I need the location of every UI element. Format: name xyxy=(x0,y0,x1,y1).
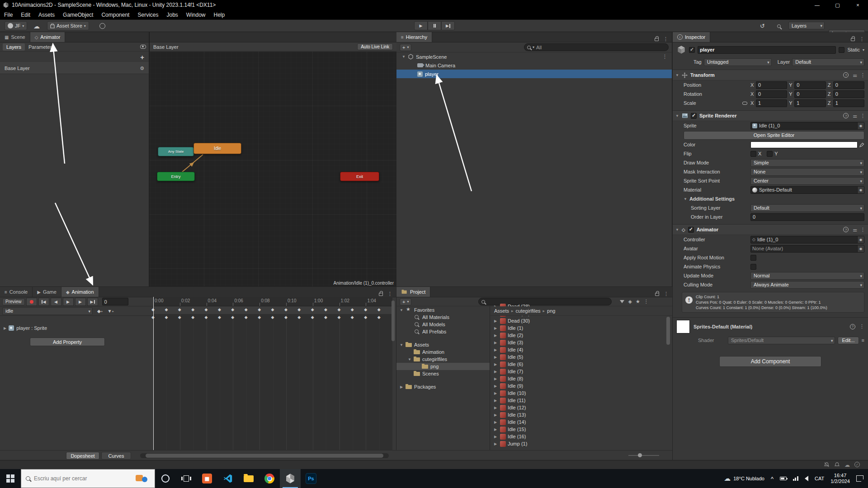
help-icon[interactable]: ? xyxy=(850,324,855,329)
node-exit[interactable]: Exit xyxy=(340,172,379,181)
cortana-button[interactable] xyxy=(155,469,176,488)
menu-item[interactable]: Component xyxy=(97,10,133,20)
panel-menu-icon[interactable]: ⋮ xyxy=(387,291,392,297)
open-sprite-editor-button[interactable]: Open Sprite Editor xyxy=(684,131,864,140)
visibility-eye-icon[interactable] xyxy=(140,44,146,50)
asset-row[interactable]: ▶ Idle (12) xyxy=(491,404,672,411)
sprite-object-field[interactable]: Idle (1)_0◉ xyxy=(750,122,864,130)
create-asset-button[interactable]: +▾ xyxy=(400,298,411,305)
tab-animation[interactable]: ◆Animation xyxy=(61,287,99,297)
asset-row[interactable]: ▶ Idle (4) xyxy=(491,346,672,353)
layers-dropdown[interactable]: Layers xyxy=(788,22,825,29)
component-menu-icon[interactable]: ⋮ xyxy=(860,72,865,78)
menu-item[interactable]: Edit xyxy=(17,10,34,20)
axis-z-field[interactable]: 0 xyxy=(833,90,864,98)
asset-foldout-arrow[interactable]: ▶ xyxy=(494,377,498,381)
project-tree-item[interactable]: ▼ cutegirlfiles xyxy=(396,356,490,363)
lock-icon[interactable] xyxy=(655,38,659,41)
add-layer-button[interactable]: + xyxy=(140,53,144,61)
project-tree-item[interactable]: Animation xyxy=(396,348,490,356)
hierarchy-search-field[interactable]: ▾ All xyxy=(524,43,669,51)
asset-row[interactable]: ▶ Idle (1) xyxy=(491,324,672,332)
color-swatch[interactable] xyxy=(750,141,858,148)
close-button[interactable]: × xyxy=(848,0,868,10)
tab-project[interactable]: Project xyxy=(396,287,430,297)
tab-inspector[interactable]: iInspector xyxy=(673,32,710,42)
help-icon[interactable]: ? xyxy=(843,72,849,78)
material-preview-thumbnail[interactable] xyxy=(676,320,690,333)
component-menu-icon[interactable]: ⋮ xyxy=(859,324,864,329)
scene-options-icon[interactable]: ⋮ xyxy=(662,54,672,60)
controller-object-field[interactable]: ◇Idle (1)_0◉ xyxy=(750,236,864,244)
dopesheet-button[interactable]: Dopesheet xyxy=(66,452,99,460)
project-tree-item[interactable]: All Materials xyxy=(396,314,490,321)
asset-row[interactable]: ▶ Idle (7) xyxy=(491,368,672,375)
breadcrumb-assets[interactable]: Assets xyxy=(494,308,509,314)
keyframe-diamond[interactable] xyxy=(379,314,392,322)
root-motion-checkbox[interactable] xyxy=(750,255,756,261)
update-mode-dropdown[interactable]: Normal xyxy=(750,272,864,280)
asset-foldout-arrow[interactable]: ▶ xyxy=(494,341,498,345)
asset-row[interactable]: ▶ Dead (30) xyxy=(491,317,672,324)
asset-foldout-arrow[interactable]: ▶ xyxy=(494,420,498,424)
asset-row[interactable]: ▶ Idle (8) xyxy=(491,375,672,382)
static-checkbox[interactable] xyxy=(839,47,844,53)
panel-menu-icon[interactable]: ⋮ xyxy=(859,36,864,42)
preview-toggle[interactable]: Preview xyxy=(2,298,25,305)
animate-physics-checkbox[interactable] xyxy=(750,264,756,270)
asset-foldout-arrow[interactable]: ▶ xyxy=(494,442,498,446)
next-frame-button[interactable]: ▶ xyxy=(75,298,86,306)
avatar-object-field[interactable]: None (Avatar)◉ xyxy=(750,245,864,253)
axis-z-field[interactable]: 0 xyxy=(833,81,864,89)
tree-foldout-arrow[interactable]: ▼ xyxy=(399,343,404,347)
task-view-button[interactable] xyxy=(176,469,197,488)
clock-widget[interactable]: 16:47 1/2/2024 xyxy=(830,473,850,484)
material-section-header[interactable]: Sprites-Default (Material) ?⋮ xyxy=(673,317,868,335)
component-menu-icon[interactable]: ⋮ xyxy=(860,113,865,119)
maximize-button[interactable]: ▢ xyxy=(827,0,848,10)
breadcrumb-png[interactable]: png xyxy=(547,308,555,314)
order-in-layer-field[interactable]: 0 xyxy=(750,213,864,221)
project-tree-item[interactable]: All Prefabs xyxy=(396,328,490,335)
tree-foldout-arrow[interactable]: ▼ xyxy=(407,357,412,361)
material-menu-icon[interactable]: ≡ xyxy=(862,338,864,343)
foldout-arrow[interactable]: ▼ xyxy=(675,73,679,77)
foldout-arrow[interactable]: ▶ xyxy=(4,326,6,330)
asset-foldout-arrow[interactable]: ▶ xyxy=(494,348,498,352)
foldout-arrow[interactable]: ▼ xyxy=(675,114,679,118)
tab-game[interactable]: ▶Game xyxy=(33,287,61,297)
foldout-arrow[interactable]: ▼ xyxy=(402,55,406,59)
object-picker-icon[interactable]: ◉ xyxy=(857,236,864,243)
asset-foldout-arrow[interactable]: ▶ xyxy=(494,355,498,359)
menu-item[interactable]: Assets xyxy=(34,10,59,20)
app-orange-button[interactable]: ▦ xyxy=(197,469,217,488)
asset-row[interactable]: ▶ Idle (10) xyxy=(491,389,672,397)
asset-row[interactable]: ▶ Idle (9) xyxy=(491,382,672,389)
node-idle[interactable]: Idle xyxy=(193,143,241,154)
vertical-scrollbar-thumb[interactable] xyxy=(392,300,395,341)
start-button[interactable] xyxy=(0,469,21,488)
add-property-button[interactable]: Add Property xyxy=(30,338,105,346)
asset-foldout-arrow[interactable]: ▶ xyxy=(494,384,498,388)
animator-component-header[interactable]: ▼ ◇ Animator ?⚌⋮ xyxy=(673,224,868,235)
network-icon[interactable] xyxy=(793,476,798,481)
asset-foldout-arrow[interactable]: ▶ xyxy=(494,333,498,338)
draw-mode-dropdown[interactable]: Simple xyxy=(750,159,864,167)
shader-dropdown[interactable]: Sprites/Default xyxy=(728,337,835,344)
cloud-icon[interactable]: ☁ xyxy=(33,23,40,30)
scrollbar-thumb[interactable] xyxy=(146,454,383,458)
node-any-state[interactable]: Any State xyxy=(158,147,194,156)
keyframe-diamond[interactable] xyxy=(379,307,392,314)
asset-row[interactable]: ▶ Idle (16) xyxy=(491,433,672,440)
tab-animator[interactable]: ◇Animator xyxy=(30,32,66,42)
vscode-button[interactable] xyxy=(217,469,238,488)
timeline-area[interactable] xyxy=(153,306,392,465)
timeline-ruler[interactable]: 0:000:020:040:060:080:101:001:021:04 xyxy=(153,297,392,306)
asset-row[interactable]: ▶ Idle (13) xyxy=(491,411,672,418)
asset-row[interactable]: ▶ Idle (2) xyxy=(491,332,672,339)
playhead[interactable] xyxy=(153,297,154,450)
add-event-icon[interactable]: ▼+ xyxy=(107,309,114,314)
volume-icon[interactable] xyxy=(805,476,808,481)
asset-foldout-arrow[interactable]: ▶ xyxy=(494,435,498,439)
object-picker-icon[interactable]: ◉ xyxy=(857,187,864,193)
